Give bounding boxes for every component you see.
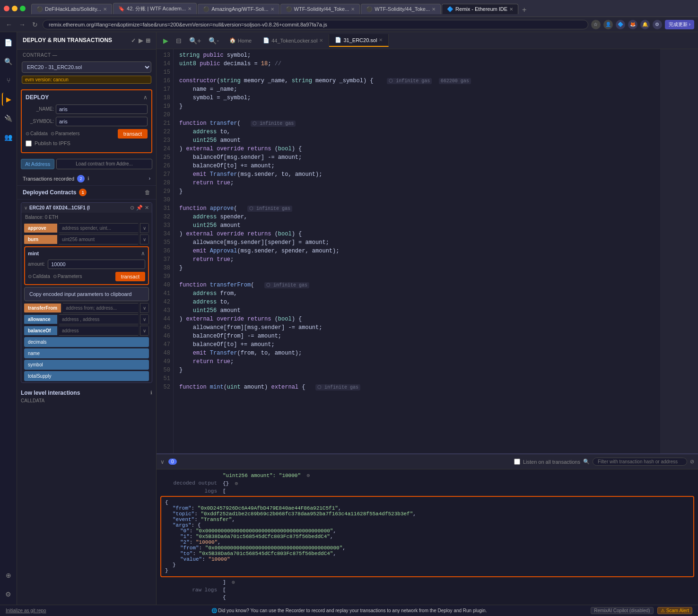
- search-log-icon[interactable]: 🔍: [583, 459, 590, 465]
- name-input[interactable]: [56, 104, 148, 114]
- info-icon[interactable]: ℹ: [87, 176, 89, 181]
- close-tab-icon[interactable]: ✕: [188, 6, 192, 11]
- decimals-button[interactable]: decimals: [24, 337, 149, 347]
- close-tab-icon[interactable]: ✕: [509, 7, 513, 12]
- allowance-btn[interactable]: allowance: [24, 315, 57, 324]
- close-tab-icon[interactable]: ✕: [319, 38, 323, 43]
- sidebar-icon-people[interactable]: 👥: [2, 130, 15, 144]
- transferFrom-input[interactable]: [63, 303, 138, 313]
- sidebar-icon-git[interactable]: ⑂: [2, 74, 15, 87]
- sidebar-icon-search[interactable]: 🔍: [2, 55, 15, 68]
- copy-decoded-icon[interactable]: ⊙: [235, 481, 238, 486]
- zoom-out-icon[interactable]: 🔍-: [206, 35, 222, 46]
- balanceOf-function-row[interactable]: balanceOf ∨: [24, 326, 149, 336]
- clear-log-icon[interactable]: ⊘: [690, 459, 694, 465]
- close-tab-icon[interactable]: ✕: [379, 37, 383, 43]
- burn-btn[interactable]: burn: [24, 235, 57, 244]
- extension-icon3[interactable]: 🔔: [640, 20, 650, 29]
- burn-input[interactable]: [59, 234, 138, 244]
- tab-erc20[interactable]: 📄 31_ERC20.sol ✕: [329, 34, 389, 47]
- maximize-traffic-light[interactable]: [20, 6, 26, 11]
- copy-address-icon[interactable]: ⊙: [130, 205, 134, 211]
- close-tab-icon[interactable]: ✕: [270, 7, 274, 12]
- mint-calldata-button[interactable]: ⊙ Calldata: [28, 274, 50, 279]
- copy-logs-icon[interactable]: ⊙: [232, 580, 235, 585]
- update-button[interactable]: 完成更新 ›: [665, 20, 694, 29]
- transferFrom-chevron-icon[interactable]: ∨: [140, 303, 149, 313]
- tx-chevron-icon[interactable]: ›: [149, 176, 150, 181]
- copy-icon[interactable]: ⊙: [307, 473, 310, 478]
- load-contract-input[interactable]: Load contract from Addre...: [56, 159, 152, 169]
- contract-chevron-icon[interactable]: ∨: [24, 205, 27, 210]
- refresh-button[interactable]: ↻: [30, 20, 40, 29]
- tab-home[interactable]: 🏠 Home: [224, 35, 257, 46]
- sidebar-icon-git-bottom[interactable]: ⊕: [2, 569, 15, 582]
- symbol-button[interactable]: symbol: [24, 360, 149, 370]
- calldata-button[interactable]: ⊙ Calldata: [26, 131, 48, 136]
- close-traffic-light[interactable]: [4, 6, 9, 11]
- listen-checkbox[interactable]: [514, 459, 520, 465]
- trash-icon[interactable]: 🗑: [145, 189, 150, 196]
- allowance-input[interactable]: [59, 314, 138, 324]
- mint-chevron-icon[interactable]: ∧: [141, 250, 145, 257]
- symbol-input[interactable]: [56, 117, 148, 126]
- filter-input[interactable]: [593, 458, 687, 466]
- browser-tab-remix[interactable]: 🔷 Remix - Ethereum IDE ✕: [442, 4, 518, 14]
- chevron-down-log-icon[interactable]: ∨: [160, 459, 165, 465]
- contract-dropdown[interactable]: ERC20 - 31_ERC20.sol: [22, 61, 151, 73]
- browser-tab-github1[interactable]: ⚫ DeFiHackLabs/Solidity... ✕: [31, 4, 112, 14]
- transferFrom-function-row[interactable]: transferFrom ∨: [24, 303, 149, 313]
- parameters-button[interactable]: ⊙ Parameters: [51, 131, 80, 136]
- url-input[interactable]: [43, 20, 588, 29]
- back-button[interactable]: ←: [4, 20, 14, 29]
- balanceOf-btn[interactable]: balanceOf: [24, 326, 57, 335]
- close-tab-icon[interactable]: ✕: [351, 7, 355, 12]
- transactions-recorded-row[interactable]: Transactions recorded 2 ℹ ›: [17, 172, 156, 186]
- allowance-chevron-icon[interactable]: ∨: [140, 314, 149, 324]
- burn-chevron-icon[interactable]: ∨: [140, 234, 149, 244]
- run-icon[interactable]: ▶: [160, 35, 171, 46]
- forward-button[interactable]: →: [17, 20, 27, 29]
- sidebar-icon-settings[interactable]: ⚙: [2, 588, 15, 601]
- mint-transact-button[interactable]: transact: [115, 272, 145, 281]
- profile-icon[interactable]: 👤: [603, 20, 613, 29]
- at-address-button[interactable]: At Address: [21, 159, 54, 169]
- approve-chevron-icon[interactable]: ∨: [140, 223, 149, 233]
- name-button[interactable]: name: [24, 348, 149, 358]
- close-tab-icon[interactable]: ✕: [432, 7, 436, 12]
- mint-amount-input[interactable]: [48, 260, 145, 269]
- grid-icon[interactable]: ⊞: [146, 37, 150, 44]
- check-icon[interactable]: ✓: [131, 37, 136, 44]
- scam-alert-badge[interactable]: ⚠ Scam Alert: [657, 607, 692, 614]
- transferFrom-btn[interactable]: transferFrom: [24, 304, 61, 312]
- mint-parameters-button[interactable]: ⊙ Parameters: [53, 274, 82, 279]
- extension-icon1[interactable]: 🔷: [616, 20, 625, 29]
- balanceOf-input[interactable]: [59, 326, 138, 336]
- code-content[interactable]: string public symbol; uint8 public decim…: [174, 49, 660, 453]
- terminal-icon[interactable]: ⊟: [173, 35, 184, 46]
- minimize-traffic-light[interactable]: [12, 6, 17, 11]
- play-icon[interactable]: ▶: [139, 37, 143, 44]
- balanceOf-chevron-icon[interactable]: ∨: [140, 326, 149, 336]
- browser-tab-amazing[interactable]: ⚫ AmazingAng/WTF-Soli... ✕: [198, 4, 279, 14]
- close-tab-icon[interactable]: ✕: [103, 7, 107, 12]
- burn-function-row[interactable]: burn ∨: [24, 234, 149, 244]
- totalSupply-button[interactable]: totalSupply: [24, 371, 149, 381]
- browser-tab-wtf3[interactable]: ⚫ WTF-Solidity/44_Toke... ✕: [361, 4, 441, 14]
- low-level-info-icon[interactable]: ℹ: [150, 390, 152, 395]
- zoom-in-icon[interactable]: 🔍+: [186, 35, 204, 46]
- sidebar-icon-plugin[interactable]: 🔌: [2, 112, 15, 125]
- deploy-chevron-icon[interactable]: ∧: [143, 94, 148, 101]
- publish-checkbox[interactable]: [26, 140, 32, 147]
- transact-button[interactable]: transact: [118, 129, 148, 139]
- star-icon[interactable]: ☆: [591, 20, 601, 29]
- git-init-label[interactable]: Initialize as git repo: [6, 608, 46, 613]
- new-tab-button[interactable]: +: [519, 6, 529, 14]
- close-instance-icon[interactable]: ✕: [145, 205, 149, 211]
- pin-icon[interactable]: 📌: [136, 205, 143, 211]
- sidebar-icon-file[interactable]: 📄: [2, 36, 15, 49]
- approve-function-row[interactable]: approve ∨: [24, 223, 149, 233]
- browser-tab-wtf[interactable]: 🔖 42. 分账 | WTF Academ... ✕: [113, 3, 197, 14]
- approve-input[interactable]: [59, 223, 138, 233]
- sidebar-icon-run[interactable]: ▶: [2, 93, 15, 106]
